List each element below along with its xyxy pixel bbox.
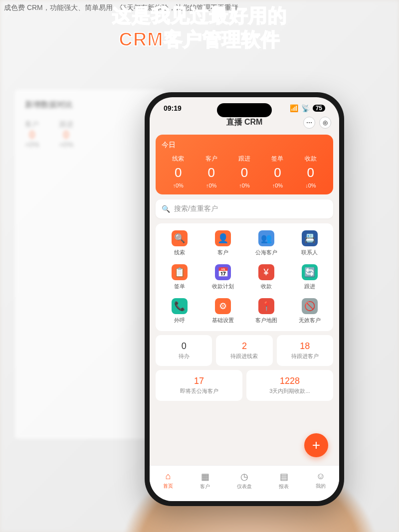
search-input[interactable]: 🔍 搜索/查重客户: [156, 199, 333, 218]
tile-待跟进线索[interactable]: 2待跟进线索: [216, 335, 272, 366]
stat-value: 0: [195, 165, 227, 180]
nav-icon: ▦: [201, 471, 209, 482]
tile-3天内到期收款...[interactable]: 12283天内到期收款...: [246, 370, 333, 401]
stat-item[interactable]: 客户0↑0%: [195, 155, 227, 188]
grid-label: 外呼: [174, 317, 185, 324]
stat-name: 签单: [261, 155, 294, 163]
grid-item-跟进[interactable]: 🔄跟进: [289, 264, 330, 290]
today-stats-card[interactable]: 今日 线索0↑0%客户0↑0%跟进0↑0%签单0↑0%收款0↓0%: [156, 135, 333, 194]
tile-待跟进客户[interactable]: 18待跟进客户: [277, 335, 333, 366]
nav-icon: ☺: [316, 471, 325, 482]
stat-value: 0: [294, 165, 327, 180]
today-label: 今日: [162, 141, 327, 150]
nav-客户[interactable]: ▦客户: [200, 471, 210, 490]
收款计划-icon: 📅: [215, 264, 231, 280]
客户-icon: 👤: [215, 230, 231, 246]
summary-tiles-row1: 0待办2待跟进线索18待跟进客户: [156, 335, 333, 366]
phone-frame: 09:19 📶 📡 75 直播 CRM ⋯ ◎ 今日 线索0↑0%客户0↑0%跟…: [145, 92, 344, 506]
grid-label: 联系人: [301, 249, 318, 256]
grid-label: 收款: [261, 283, 272, 290]
desktop-panel-header: 新增数据对比: [25, 100, 155, 110]
nav-报表[interactable]: ▤报表: [279, 471, 289, 490]
tile-label: 即将丢公海客户: [160, 387, 238, 395]
stat-delta: ↑0%: [195, 182, 227, 188]
search-placeholder: 搜索/查重客户: [174, 204, 218, 213]
nav-icon: ◷: [240, 471, 248, 482]
add-fab-button[interactable]: +: [304, 433, 328, 457]
stat-item[interactable]: 跟进0↑0%: [228, 155, 261, 188]
客户地图-icon: 📍: [258, 298, 274, 314]
grid-item-无效客户[interactable]: 🚫无效客户: [289, 298, 330, 324]
nav-首页[interactable]: ⌂首页: [163, 471, 173, 490]
desktop-col-label: 客户: [25, 120, 39, 128]
search-icon: 🔍: [162, 205, 170, 213]
desktop-col-delta: +0%: [59, 141, 73, 149]
tile-value: 1228: [250, 376, 329, 386]
grid-item-基础设置[interactable]: ⚙基础设置: [202, 298, 243, 324]
stat-name: 收款: [294, 155, 327, 163]
nav-label: 首页: [163, 483, 173, 490]
stat-item[interactable]: 收款0↓0%: [294, 155, 327, 188]
grid-label: 线索: [174, 249, 185, 256]
desktop-col-val: 0: [25, 129, 39, 141]
nav-仪表盘[interactable]: ◷仪表盘: [237, 471, 252, 490]
stat-delta: ↑0%: [261, 182, 294, 188]
tile-label: 3天内到期收款...: [250, 387, 329, 395]
wifi-icon: 📡: [301, 104, 310, 112]
grid-item-公海客户[interactable]: 👥公海客户: [245, 230, 287, 256]
phone-screen: 09:19 📶 📡 75 直播 CRM ⋯ ◎ 今日 线索0↑0%客户0↑0%跟…: [150, 97, 339, 501]
feature-grid: 🔍线索👤客户👥公海客户📇联系人📋签单📅收款计划¥收款🔄跟进📞外呼⚙基础设置📍客户…: [156, 223, 333, 331]
grid-label: 公海客户: [255, 249, 277, 256]
grid-item-客户地图[interactable]: 📍客户地图: [245, 298, 287, 324]
grid-item-线索[interactable]: 🔍线索: [159, 230, 200, 256]
无效客户-icon: 🚫: [302, 298, 318, 314]
外呼-icon: 📞: [172, 298, 188, 314]
desktop-col-delta: +0%: [25, 141, 39, 149]
stat-value: 0: [162, 165, 195, 180]
nav-label: 仪表盘: [237, 483, 252, 490]
battery-indicator: 75: [313, 105, 325, 112]
grid-item-外呼[interactable]: 📞外呼: [159, 298, 200, 324]
nav-icon: ▤: [280, 471, 288, 482]
stat-name: 跟进: [228, 155, 261, 163]
grid-item-收款计划[interactable]: 📅收款计划: [202, 264, 243, 290]
grid-label: 签单: [174, 283, 185, 290]
more-button[interactable]: ⋯: [303, 117, 315, 129]
grid-item-联系人[interactable]: 📇联系人: [289, 230, 330, 256]
stat-delta: ↓0%: [294, 182, 327, 188]
tile-即将丢公海客户[interactable]: 17即将丢公海客户: [156, 370, 242, 401]
nav-我的[interactable]: ☺我的: [316, 471, 326, 490]
target-button[interactable]: ◎: [319, 117, 331, 129]
desktop-col-label: 跟进: [59, 120, 73, 128]
线索-icon: 🔍: [172, 230, 188, 246]
stat-item[interactable]: 线索0↑0%: [162, 155, 195, 188]
stat-delta: ↑0%: [228, 182, 261, 188]
desktop-dashboard-panel: 新增数据对比 客户0+0% 跟进0+0%: [15, 90, 165, 439]
grid-label: 客户: [217, 249, 228, 256]
grid-item-收款[interactable]: ¥收款: [245, 264, 287, 290]
grid-item-客户[interactable]: 👤客户: [202, 230, 243, 256]
tile-value: 0: [160, 341, 208, 352]
签单-icon: 📋: [172, 264, 188, 280]
grid-label: 基础设置: [212, 317, 234, 324]
bottom-nav: ⌂首页▦客户◷仪表盘▤报表☺我的: [150, 465, 339, 501]
联系人-icon: 📇: [302, 230, 318, 246]
nav-label: 我的: [316, 483, 326, 490]
tile-label: 待跟进线索: [220, 353, 268, 360]
overlay-caption: 这是我见过最好用的 CRM客户管理软件: [0, 0, 399, 55]
grid-label: 跟进: [304, 283, 315, 290]
summary-tiles-row2: 17即将丢公海客户12283天内到期收款...: [156, 370, 333, 401]
公海客户-icon: 👥: [258, 230, 274, 246]
stat-item[interactable]: 签单0↑0%: [261, 155, 294, 188]
tile-待办[interactable]: 0待办: [156, 335, 212, 366]
phone-notch: [217, 103, 272, 117]
tile-label: 待跟进客户: [281, 353, 329, 360]
app-title: 直播 CRM: [226, 117, 263, 128]
nav-icon: ⌂: [166, 471, 171, 482]
收款-icon: ¥: [258, 264, 274, 280]
grid-item-签单[interactable]: 📋签单: [159, 264, 200, 290]
tile-value: 18: [281, 341, 329, 352]
nav-label: 报表: [279, 483, 289, 490]
grid-label: 收款计划: [212, 283, 234, 290]
grid-label: 客户地图: [255, 317, 277, 324]
